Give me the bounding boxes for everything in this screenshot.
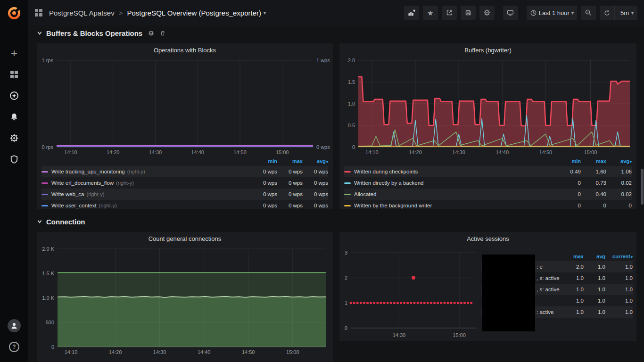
legend-sort-min[interactable]: min xyxy=(252,158,277,164)
legend-sort-current[interactable]: current▾ xyxy=(605,254,633,259)
svg-text:14:40: 14:40 xyxy=(198,349,211,355)
legend-sort-min[interactable]: min xyxy=(555,158,581,164)
legend-row: Write web_ca(right-y)0 wps0 wps0 wps xyxy=(41,189,328,200)
legend-value: 0 xyxy=(555,180,581,186)
legend-value: 1.0 xyxy=(562,298,584,304)
row-settings-button[interactable] xyxy=(148,30,154,36)
refresh-interval-picker[interactable]: 5m ▾ xyxy=(614,6,637,20)
panel-operations-with-blocks: Operations with Blocks 14:1014:2014:3014… xyxy=(37,43,333,209)
legend-value: 1.0 xyxy=(562,287,584,292)
svg-text:3: 3 xyxy=(345,250,347,255)
star-icon: ★ xyxy=(427,9,433,16)
legend-series-label[interactable]: Written by the background writer xyxy=(344,203,555,208)
legend-sort-max[interactable]: max xyxy=(581,158,606,164)
cycle-view-mode-button[interactable] xyxy=(503,6,518,20)
row-delete-button[interactable] xyxy=(160,30,165,36)
svg-text:15:00: 15:00 xyxy=(286,349,299,355)
legend-sort-max[interactable]: max xyxy=(277,158,303,164)
svg-text:14:10: 14:10 xyxy=(65,349,78,355)
row-header-connection[interactable]: Connection xyxy=(37,215,85,228)
sidebar-explore-button[interactable] xyxy=(0,85,28,106)
row-header-buffers-blocks[interactable]: Buffers & Blocks Operations xyxy=(37,27,165,39)
redaction-box xyxy=(482,255,535,331)
time-range-picker[interactable]: Last 1 hour ▾ xyxy=(527,6,577,20)
legend-series-label[interactable]: Written during checkpoints xyxy=(344,169,555,174)
grafana-logo-icon[interactable] xyxy=(0,0,28,26)
legend-value: 1.06 xyxy=(606,169,632,174)
sidebar: + xyxy=(0,0,28,362)
legend-series-marker-icon xyxy=(41,182,48,184)
sidebar-server-admin-button[interactable] xyxy=(0,148,28,170)
refresh-button[interactable] xyxy=(600,6,614,20)
operations-with-blocks-chart[interactable]: 14:1014:2014:3014:4014:5015:001 rps0 rps… xyxy=(37,57,333,156)
breadcrumb-app-name[interactable]: PostgreSQL Apatsev xyxy=(49,9,115,17)
save-dashboard-button[interactable] xyxy=(461,6,476,20)
legend-sort-max[interactable]: max xyxy=(562,254,584,259)
legend-value: 0 wps xyxy=(277,191,303,197)
legend-value: 0 wps xyxy=(303,191,328,197)
sidebar-configuration-button[interactable] xyxy=(0,127,28,148)
svg-text:14:10: 14:10 xyxy=(365,149,379,155)
sidebar-help-button[interactable]: ? xyxy=(0,336,28,357)
panel-title-operations[interactable]: Operations with Blocks xyxy=(37,43,333,57)
legend-value: 1.0 xyxy=(562,309,584,315)
scrollbar-thumb[interactable] xyxy=(641,169,644,205)
legend-value: 0.73 xyxy=(581,180,606,186)
user-avatar xyxy=(8,319,21,332)
legend-row: Write tracking_upu_monitoring(right-y)0 … xyxy=(41,166,328,177)
sidebar-alerting-button[interactable] xyxy=(0,106,28,127)
clock-icon xyxy=(530,9,537,16)
legend-series-label[interactable]: Write user_context(right-y) xyxy=(41,203,252,208)
panel-buffers-bgwriter: Buffers (bgwriter) 14:1014:2014:3014:401… xyxy=(339,43,636,209)
panel-title-sessions[interactable]: Active sessions xyxy=(339,232,636,245)
sidebar-user-button[interactable] xyxy=(0,315,28,336)
tv-icon xyxy=(506,9,514,16)
sidebar-dashboards-button[interactable] xyxy=(0,64,28,85)
legend-value: 0 wps xyxy=(277,203,303,208)
legend-series-label[interactable]: Written directly by a backend xyxy=(344,180,555,186)
buffers-bgwriter-chart[interactable]: 14:1014:2014:3014:4014:5015:0000.51.01.5… xyxy=(339,57,636,156)
legend-value: 1.0 xyxy=(562,275,584,281)
legend-value: 1.0 xyxy=(605,309,633,315)
legend-value: 1.0 xyxy=(605,264,633,270)
shield-icon xyxy=(9,155,19,164)
svg-text:14:40: 14:40 xyxy=(191,149,204,155)
save-icon xyxy=(464,9,472,16)
svg-text:14:50: 14:50 xyxy=(233,149,247,155)
legend-series-label[interactable]: Write web_ca(right-y) xyxy=(41,191,252,197)
gear-icon xyxy=(9,133,19,143)
sidebar-create-button[interactable]: + xyxy=(0,42,28,64)
star-dashboard-button[interactable]: ★ xyxy=(423,6,438,20)
legend-series-label[interactable]: Write tracking_upu_monitoring(right-y) xyxy=(41,169,252,174)
legend-series-label[interactable]: Allocated xyxy=(344,191,555,197)
legend-sort-avg[interactable]: avg▾ xyxy=(303,158,328,164)
legend-sort-avg[interactable]: avg xyxy=(584,254,605,259)
legend-row: Written during checkpoints0.491.601.06 xyxy=(344,166,632,177)
legend-sort-avg[interactable]: avg▾ xyxy=(606,158,632,164)
panel-title-buffers[interactable]: Buffers (bgwriter) xyxy=(339,43,636,57)
legend-value: 1.60 xyxy=(581,169,606,174)
row-title: Buffers & Blocks Operations xyxy=(46,29,142,37)
dashboard-title[interactable]: PostgreSQL Overview (Postgres_exporter) xyxy=(127,9,261,17)
dashboard-settings-button[interactable] xyxy=(479,6,495,20)
gear-icon xyxy=(148,30,154,36)
title-caret-down-icon[interactable]: ▾ xyxy=(264,10,266,16)
active-sessions-chart[interactable]: 14:3015:000123 xyxy=(339,247,481,339)
legend-value: 0 xyxy=(606,203,632,208)
legend-series-label[interactable]: Write erl_documents_flow(right-y) xyxy=(41,180,252,186)
svg-text:1 wps: 1 wps xyxy=(316,58,330,63)
add-panel-button[interactable] xyxy=(404,6,419,20)
svg-text:15:00: 15:00 xyxy=(453,332,466,338)
svg-text:14:30: 14:30 xyxy=(452,149,465,155)
legend-series-marker-icon xyxy=(344,182,351,184)
svg-text:14:10: 14:10 xyxy=(64,149,77,155)
legend-row: Write user_context(right-y)0 wps0 wps0 w… xyxy=(41,200,328,209)
svg-text:14:30: 14:30 xyxy=(149,149,162,155)
share-dashboard-button[interactable] xyxy=(442,6,457,20)
legend-series-marker-icon xyxy=(344,171,351,173)
zoom-out-button[interactable] xyxy=(581,6,596,20)
count-general-connections-chart[interactable]: 14:1014:2014:3014:4014:5015:0005001.0 K1… xyxy=(37,245,333,356)
dashboard-grid-icon[interactable] xyxy=(35,9,42,16)
svg-text:14:50: 14:50 xyxy=(539,149,553,155)
panel-title-connections[interactable]: Count general connections xyxy=(37,232,333,245)
